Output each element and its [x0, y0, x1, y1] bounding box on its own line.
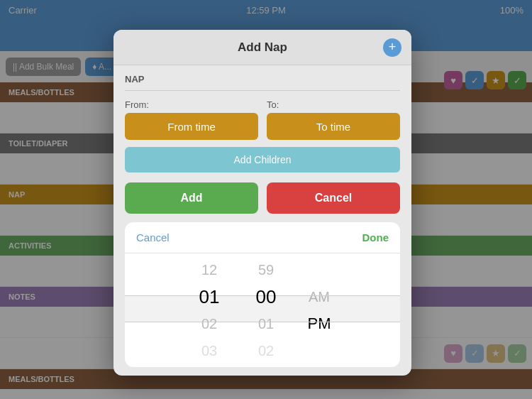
nap-section-label: NAP — [125, 74, 400, 91]
picker-ampm-col[interactable]: AM PM — [294, 253, 344, 367]
picker-hour-item-selected: 01 — [181, 283, 238, 310]
picker-hours-col[interactable]: 12 01 02 03 — [181, 253, 238, 367]
picker-minute-item-selected: 00 — [238, 283, 294, 310]
picker-minute-item: 59 — [238, 256, 294, 283]
modal-plus-button[interactable]: + — [383, 38, 401, 57]
from-label: From: — [125, 99, 258, 110]
add-children-button[interactable]: Add Children — [125, 147, 400, 173]
to-label: To: — [267, 99, 400, 110]
time-picker-header: Cancel Done — [125, 222, 400, 253]
add-nap-modal: Add Nap + NAP From: From time To: To tim… — [113, 30, 411, 376]
action-row: Add Cancel — [125, 182, 400, 214]
cancel-button[interactable]: Cancel — [267, 182, 400, 214]
to-time-col: To: To time — [267, 99, 400, 140]
picker-hour-item: 03 — [181, 337, 238, 364]
time-picker-body: 12 01 02 03 59 00 01 02 AM — [125, 253, 400, 367]
time-picker-cancel-btn[interactable]: Cancel — [136, 231, 170, 244]
add-button[interactable]: Add — [125, 182, 258, 214]
picker-columns: 12 01 02 03 59 00 01 02 AM — [167, 253, 358, 367]
picker-hour-item: 12 — [181, 256, 238, 283]
from-time-col: From: From time — [125, 99, 258, 140]
modal-body: NAP From: From time To: To time Add Chil… — [113, 65, 411, 376]
time-picker-panel: Cancel Done 12 01 02 03 59 00 — [125, 222, 400, 367]
picker-minute-item: 02 — [238, 337, 294, 364]
to-time-button[interactable]: To time — [267, 113, 400, 140]
picker-minute-item: 01 — [238, 310, 294, 337]
picker-minutes-col[interactable]: 59 00 01 02 — [238, 253, 294, 367]
from-time-button[interactable]: From time — [125, 113, 258, 140]
picker-hour-item: 02 — [181, 310, 238, 337]
time-picker-done-btn[interactable]: Done — [362, 231, 389, 244]
picker-pm-item-selected: PM — [294, 310, 344, 337]
time-row: From: From time To: To time — [125, 99, 400, 140]
modal-header: Add Nap + — [113, 30, 411, 65]
picker-am-item: AM — [294, 283, 344, 310]
modal-title: Add Nap — [238, 40, 287, 55]
